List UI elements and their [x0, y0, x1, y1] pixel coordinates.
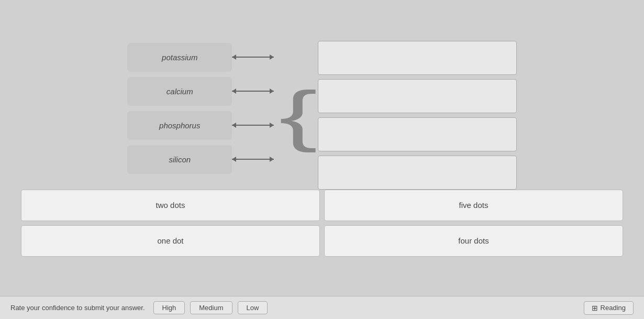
- arrow-silicon: [232, 159, 279, 160]
- arrow-phosphorus: [232, 125, 279, 126]
- high-button[interactable]: High: [153, 301, 185, 314]
- arrow-calcium: [232, 91, 279, 92]
- answer-box-2[interactable]: [318, 79, 517, 113]
- arrow-potassium: [232, 57, 279, 58]
- answer-box-3[interactable]: [318, 117, 517, 151]
- match-row-calcium: calcium: [127, 77, 279, 106]
- answer-box-1[interactable]: [318, 41, 517, 75]
- arrow-line-calcium: [232, 91, 274, 92]
- arrow-line-potassium: [232, 57, 274, 58]
- reading-label: Reading: [601, 304, 626, 312]
- label-calcium: calcium: [127, 77, 232, 106]
- option-two-dots[interactable]: two dots: [21, 190, 320, 221]
- left-brace: {: [279, 72, 317, 158]
- match-row-phosphorus: phosphorus: [127, 111, 279, 140]
- medium-button[interactable]: Medium: [190, 301, 232, 314]
- match-row-silicon: silicon: [127, 145, 279, 174]
- label-silicon: silicon: [127, 145, 232, 174]
- matching-section: potassium calcium phosphorus: [127, 43, 279, 179]
- footer-bar: Rate your confidence to submit your answ…: [0, 296, 644, 319]
- low-button[interactable]: Low: [238, 301, 268, 314]
- confidence-label: Rate your confidence to submit your answ…: [10, 304, 145, 312]
- option-one-dot[interactable]: one dot: [21, 225, 320, 257]
- reading-icon: ⊞: [592, 304, 598, 312]
- label-phosphorus: phosphorus: [127, 111, 232, 140]
- bottom-options: two dots five dots one dot four dots: [21, 190, 623, 257]
- arrow-line-phosphorus: [232, 125, 274, 126]
- brace-and-boxes: {: [279, 41, 516, 190]
- main-area: potassium calcium phosphorus: [0, 0, 644, 296]
- option-five-dots[interactable]: five dots: [324, 190, 623, 221]
- answer-box-4[interactable]: [318, 156, 517, 190]
- option-four-dots[interactable]: four dots: [324, 225, 623, 257]
- label-potassium: potassium: [127, 43, 232, 72]
- answer-boxes: [318, 41, 517, 190]
- arrow-line-silicon: [232, 159, 274, 160]
- reading-button[interactable]: ⊞ Reading: [584, 301, 634, 315]
- match-row-potassium: potassium: [127, 43, 279, 72]
